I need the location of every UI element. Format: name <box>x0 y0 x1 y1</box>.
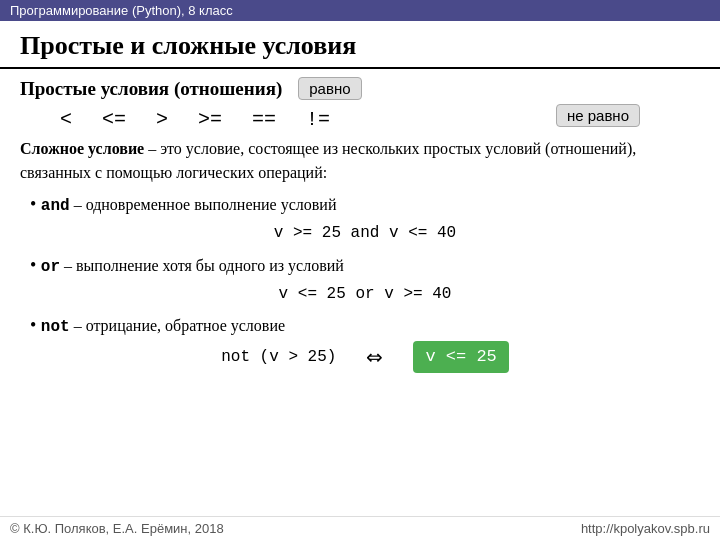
operators-row: < <= > >= == != не равно <box>60 108 700 131</box>
not-desc: – отрицание, обратное условие <box>74 317 285 334</box>
op-ge: >= <box>198 108 222 131</box>
keyword-or: or <box>41 258 60 276</box>
code-not: not (v > 25) <box>221 345 336 369</box>
section-header-text: Простые условия (отношения) <box>20 78 282 100</box>
top-bar: Программирование (Python), 8 класс <box>0 0 720 21</box>
op-lt: < <box>60 108 72 131</box>
footer-right: http://kpolyakov.spb.ru <box>581 521 710 536</box>
bullet-list: and – одновременное выполнение условий v… <box>30 191 700 373</box>
badge-equal: равно <box>298 77 361 100</box>
op-le: <= <box>102 108 126 131</box>
complex-def-bold: Сложное условие <box>20 140 144 157</box>
badge-not-equal: не равно <box>556 104 640 127</box>
not-code-line: not (v > 25) ⇔ v <= 25 <box>30 341 700 373</box>
badge-v-le: v <= 25 <box>413 341 508 373</box>
section-header: Простые условия (отношения) равно <box>20 77 700 100</box>
code-or: v <= 25 or v >= 40 <box>30 281 700 307</box>
keyword-and: and <box>41 197 70 215</box>
and-desc: – одновременное выполнение условий <box>74 196 337 213</box>
main-content: Простые условия (отношения) равно < <= >… <box>0 77 720 373</box>
complex-definition: Сложное условие – это условие, состоящее… <box>20 137 700 185</box>
op-ne: != <box>306 108 330 131</box>
list-item-or: or – выполнение хотя бы одного из услови… <box>30 252 700 307</box>
list-item-not: not – отрицание, обратное условие not (v… <box>30 312 700 373</box>
op-gt: > <box>156 108 168 131</box>
keyword-not: not <box>41 318 70 336</box>
top-bar-text: Программирование (Python), 8 класс <box>10 3 233 18</box>
page-title: Простые и сложные условия <box>0 21 720 69</box>
double-arrow: ⇔ <box>366 342 383 372</box>
footer-left: © К.Ю. Поляков, Е.А. Ерёмин, 2018 <box>10 521 224 536</box>
op-eq: == <box>252 108 276 131</box>
list-item-and: and – одновременное выполнение условий v… <box>30 191 700 246</box>
footer: © К.Ю. Поляков, Е.А. Ерёмин, 2018 http:/… <box>0 516 720 540</box>
code-and: v >= 25 and v <= 40 <box>30 220 700 246</box>
or-desc: – выполнение хотя бы одного из условий <box>64 257 344 274</box>
